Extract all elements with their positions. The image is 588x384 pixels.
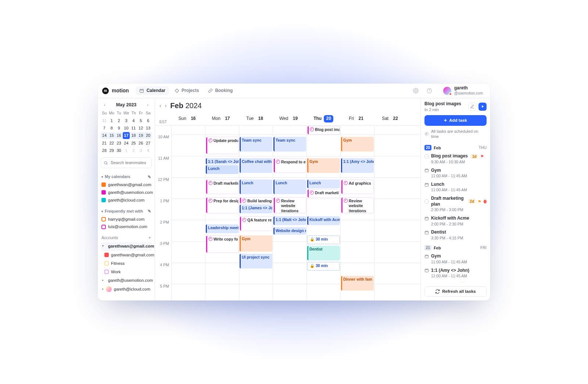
calendar-event[interactable]: Gym xyxy=(341,137,374,152)
calendar-event[interactable]: 1:1 (Sarah <> John xyxy=(206,158,239,164)
calendar-event[interactable]: 1:1 (Amy <> John) xyxy=(341,158,374,173)
task-event[interactable]: Draft marketing xyxy=(206,179,239,194)
mini-day[interactable]: 29 xyxy=(108,147,115,154)
account-row[interactable]: Work xyxy=(101,268,152,276)
calendar-event[interactable]: Dentist xyxy=(307,246,340,260)
calendar-event[interactable]: Kickoff with Acme xyxy=(307,216,340,225)
mini-day[interactable]: 19 xyxy=(137,132,144,139)
calendar-event[interactable]: Lunch xyxy=(273,179,306,194)
task-event[interactable]: Ad graphics xyxy=(341,179,374,194)
next-week-button[interactable]: › xyxy=(165,102,167,109)
user-menu[interactable]: gareth @usemotion.com xyxy=(440,84,486,97)
day-column[interactable]: Team syncCoffee chat with JLunchBuild la… xyxy=(239,126,273,301)
calendar-event[interactable]: 1:1 (Matt <> John) xyxy=(273,216,306,225)
refresh-all-tasks-button[interactable]: Refresh all tasks xyxy=(424,286,487,297)
help-icon[interactable] xyxy=(427,88,432,93)
task-event[interactable]: Draft marketi xyxy=(307,189,340,198)
calendar-event[interactable]: 1:1 (James <> Joh xyxy=(240,205,272,213)
task-event[interactable]: Respond to em xyxy=(273,158,306,173)
task-event[interactable]: Write copy for a xyxy=(206,235,239,253)
add-account-button[interactable]: + xyxy=(149,235,151,240)
task-event[interactable]: Blog post imag xyxy=(307,126,340,135)
day-column[interactable]: Blog post imagGymLunchDraft marketiKicko… xyxy=(306,126,340,301)
mini-day[interactable]: 30 xyxy=(115,147,123,154)
day-column[interactable]: Gym1:1 (Amy <> John)Ad graphicsReview we… xyxy=(340,126,374,301)
calendar-event[interactable]: Lunch xyxy=(240,179,272,194)
mini-day[interactable]: 12 xyxy=(137,125,144,131)
mini-day[interactable]: 6 xyxy=(144,117,152,124)
tab-calendar[interactable]: Calendar xyxy=(136,86,169,96)
calendar-row[interactable]: gareth@usemotion.com xyxy=(101,189,152,196)
mini-day[interactable]: 17 xyxy=(123,132,130,139)
agenda-event[interactable]: 1:1 (Amy <> John)11:00 AM - 11:45 AM xyxy=(423,266,488,280)
calendar-event[interactable]: 🔒30 min xyxy=(307,262,340,271)
edit-current-task-button[interactable] xyxy=(468,103,476,111)
mini-day[interactable]: 7 xyxy=(101,125,108,131)
calendar-row[interactable]: gareth@icloud.com xyxy=(101,196,152,204)
calendar-event[interactable]: 🔒30 min xyxy=(307,235,340,244)
mini-day[interactable]: 27 xyxy=(144,140,152,146)
tab-projects[interactable]: Projects xyxy=(171,86,202,96)
mini-day[interactable]: 23 xyxy=(115,140,123,146)
next-month-button[interactable]: › xyxy=(144,102,151,108)
agenda-event[interactable]: Dentist3:30 PM - 4:15 PM xyxy=(423,228,488,242)
day-column[interactable] xyxy=(171,126,205,301)
prev-week-button[interactable]: ‹ xyxy=(159,102,161,109)
day-column[interactable]: Update produc1:1 (Sarah <> JohnLunchDraf… xyxy=(205,126,239,301)
account-row[interactable]: ▸gareth@icloud.com xyxy=(101,285,152,294)
task-event[interactable]: Prep for design xyxy=(206,197,239,213)
mini-day[interactable]: 15 xyxy=(108,132,115,139)
mini-day[interactable]: 20 xyxy=(144,132,152,139)
account-row[interactable]: Fitness xyxy=(101,259,152,268)
calendar-event[interactable]: Team sync xyxy=(273,137,306,152)
search-input[interactable] xyxy=(101,157,152,168)
calendar-event[interactable]: Team sync xyxy=(240,137,272,152)
add-task-button[interactable]: + Add task xyxy=(424,115,487,126)
mini-day[interactable]: 18 xyxy=(130,132,137,139)
play-button[interactable] xyxy=(478,103,487,111)
account-row[interactable]: garethwan@gmail.com xyxy=(101,251,152,259)
calendar-event[interactable]: UI project sync xyxy=(240,254,272,269)
calendar-event[interactable]: Lunch xyxy=(206,165,239,174)
mini-day[interactable]: 3 xyxy=(137,147,144,154)
mini-day[interactable]: 26 xyxy=(137,140,144,146)
mini-day[interactable]: 21 xyxy=(101,140,108,146)
day-column[interactable]: Team syncRespond to emLunchReview websit… xyxy=(273,126,306,301)
mini-day[interactable]: 1 xyxy=(108,117,115,124)
agenda-event[interactable]: Lunch11:00 AM - 11:45 AM xyxy=(423,180,488,194)
calendar-event[interactable]: Website design rev xyxy=(273,227,306,235)
mini-day[interactable]: 2 xyxy=(130,147,137,154)
calendar-event[interactable]: Gym xyxy=(240,235,272,252)
task-event[interactable]: QA feature rele xyxy=(240,216,272,231)
mini-day[interactable]: 24 xyxy=(123,140,130,146)
task-event[interactable]: Update produc xyxy=(206,137,239,154)
mini-day[interactable]: 28 xyxy=(101,147,108,154)
mini-day[interactable]: 4 xyxy=(144,147,152,154)
mini-day[interactable]: 2 xyxy=(115,117,123,124)
account-row[interactable]: ▸gareth@usemotion.com xyxy=(101,276,152,285)
mini-day[interactable]: 31 xyxy=(101,117,108,124)
calendar-row[interactable]: garethwan@gmail.com xyxy=(101,181,152,189)
prev-month-button[interactable]: ‹ xyxy=(101,102,108,108)
agenda-task[interactable]: Draft marketing plan2d⚑2:30 PM - 3:00 PM xyxy=(423,194,488,214)
task-event[interactable]: Review website iterations xyxy=(273,197,306,213)
mini-day[interactable]: 4 xyxy=(130,117,137,124)
calendar-event[interactable]: Gym xyxy=(307,158,340,173)
mini-day[interactable]: 22 xyxy=(108,140,115,146)
calendar-event[interactable]: Leadership meetin xyxy=(206,224,239,233)
tab-booking[interactable]: Booking xyxy=(204,86,236,96)
calendar-event[interactable]: Coffee chat with J xyxy=(240,158,272,173)
calendar-event[interactable]: Dinner with fam xyxy=(341,276,374,291)
mini-day[interactable]: 16 xyxy=(115,132,123,139)
mini-day[interactable]: 10 xyxy=(123,125,130,131)
mini-day[interactable]: 9 xyxy=(115,125,123,131)
frequent-contact-row[interactable]: harryqi@gmail.com xyxy=(101,216,152,223)
frequent-contact-row[interactable]: luis@usemotion.com xyxy=(101,223,152,231)
task-event[interactable]: Build landing p xyxy=(240,197,272,204)
mini-day[interactable]: 11 xyxy=(130,125,137,131)
task-event[interactable]: Review website iterations xyxy=(341,197,374,213)
agenda-event[interactable]: Gym11:00 AM - 11:45 AM xyxy=(423,166,488,180)
edit-frequent-icon[interactable]: ✎ xyxy=(148,209,151,214)
day-column[interactable] xyxy=(374,126,408,301)
account-row[interactable]: ▾garethwan@gmail.com xyxy=(101,242,152,251)
